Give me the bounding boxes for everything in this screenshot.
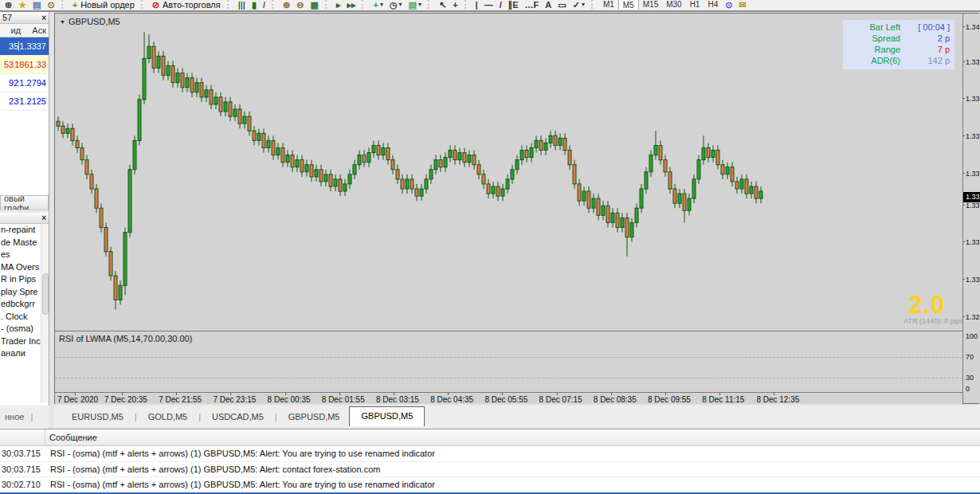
time-axis-tick bbox=[122, 393, 123, 395]
timeframe-button-h4[interactable]: H4 bbox=[704, 0, 722, 10]
time-axis-tick bbox=[230, 393, 231, 395]
bid-value: 35 bbox=[0, 41, 18, 51]
price-axis-label: 1.33 bbox=[966, 238, 980, 246]
timeframe-button-m5[interactable]: M5 bbox=[618, 0, 639, 10]
time-axis-tick bbox=[448, 393, 449, 395]
close-icon[interactable]: × bbox=[41, 214, 46, 222]
chart-tab-gbpusd-m5[interactable]: GBPUSD,M5 bbox=[279, 409, 350, 425]
channel-icon[interactable]: ∥E bbox=[505, 0, 522, 10]
price-axis-label: 1.33 bbox=[966, 170, 980, 178]
rsi-scale-label: 100 bbox=[966, 332, 978, 340]
periods-icon-glyph: ◷ bbox=[390, 0, 398, 10]
trendline-icon[interactable]: / bbox=[496, 0, 505, 10]
time-axis-label: 8 Dec 05:55 bbox=[484, 395, 527, 404]
timeframe-button-h1[interactable]: H1 bbox=[686, 0, 704, 10]
candlestick-icon-glyph: ▮ bbox=[252, 0, 257, 10]
save-icon-glyph: ▤ bbox=[33, 0, 41, 10]
toolbar-separator bbox=[272, 0, 276, 9]
scrollbar[interactable] bbox=[41, 224, 49, 402]
save-icon[interactable]: ▤ bbox=[29, 0, 44, 10]
info-panel-row: Bar Left[ 00:04 ] bbox=[846, 22, 950, 33]
time-axis-label: 8 Dec 03:15 bbox=[376, 395, 419, 404]
fibonacci-icon-glyph: …F bbox=[525, 0, 539, 10]
autotrade-button[interactable]: ⊘Авто-торговля bbox=[149, 0, 224, 10]
label-icon[interactable]: ▭ bbox=[555, 0, 569, 10]
candlestick-icon[interactable]: ▮ bbox=[249, 0, 260, 10]
new-order-button[interactable]: +Новый ордер bbox=[69, 0, 138, 10]
close-icon[interactable]: × bbox=[41, 14, 46, 22]
time-column-header[interactable] bbox=[0, 429, 45, 445]
market-watch-header: 57 × bbox=[0, 12, 49, 24]
time-axis-label: 8 Dec 00:35 bbox=[268, 395, 311, 404]
market-watch-row[interactable]: 351.3337 bbox=[0, 37, 49, 56]
timeframe-button-m1[interactable]: M1 bbox=[599, 0, 618, 10]
chart-window[interactable]: ▼ GBPUSD,M5 Bar Left[ 00:04 ]Spread2 pRa… bbox=[54, 13, 979, 404]
chart-shift-icon[interactable]: ▸▸ bbox=[343, 0, 359, 10]
market-watch-row[interactable]: 921.2794 bbox=[0, 74, 49, 92]
log-row[interactable]: 30:02.710RSI - (osma) (mtf + alerts + ar… bbox=[0, 477, 980, 493]
chart-symbol-label[interactable]: ▼ GBPUSD,M5 bbox=[60, 17, 120, 26]
tile-windows-icon[interactable]: ▦ bbox=[307, 0, 321, 10]
text-icon[interactable]: A bbox=[542, 0, 555, 10]
arrows-icon-glyph: ✓ bbox=[573, 0, 580, 10]
rsi-scale-label: 70 bbox=[966, 353, 974, 361]
chart-tab-usdcad-m5[interactable]: USDCAD,M5 bbox=[202, 409, 273, 425]
zoom-in-icon[interactable]: ⊕ bbox=[280, 0, 293, 10]
templates-icon[interactable]: ▤▾ bbox=[406, 0, 425, 10]
symbol-search-icon[interactable]: ⊙ bbox=[722, 0, 735, 10]
tick-chart-tab[interactable]: овый графи bbox=[0, 195, 49, 210]
indicators-icon[interactable]: +▾ bbox=[370, 0, 386, 10]
log-row[interactable]: 30:03.715RSI - (osma) (mtf + alerts + ar… bbox=[0, 462, 980, 478]
price-axis[interactable]: 1.341.331.331.331.331.331.331.331.321.33… bbox=[962, 14, 980, 403]
dropdown-caret-icon: ▾ bbox=[399, 0, 402, 10]
fibonacci-icon[interactable]: …F bbox=[522, 0, 543, 10]
ask-column-header[interactable]: Аск bbox=[21, 25, 49, 35]
time-axis[interactable]: 7 Dec 20207 Dec 20:357 Dec 21:557 Dec 23… bbox=[55, 392, 962, 404]
terminal-header: Сообщение bbox=[0, 429, 980, 446]
scrollbar-thumb[interactable] bbox=[42, 273, 49, 315]
info-label: Bar Left bbox=[846, 22, 908, 32]
alerts-bubble-icon[interactable]: ✉ bbox=[735, 0, 749, 10]
autoscroll-icon[interactable]: ▸ bbox=[333, 0, 344, 10]
periods-icon[interactable]: ◷▾ bbox=[386, 0, 406, 10]
arrows-icon[interactable]: ✓▾ bbox=[570, 0, 588, 10]
line-chart-icon[interactable]: / bbox=[260, 0, 269, 10]
favorites-star-icon[interactable]: ★ bbox=[15, 0, 29, 10]
toolbar-separator bbox=[61, 0, 66, 9]
bid-column-header[interactable]: ид bbox=[0, 25, 21, 35]
timeframe-button-m30[interactable]: M30 bbox=[662, 0, 685, 10]
candlestick-chart[interactable] bbox=[55, 14, 962, 330]
symbol-period-text: GBPUSD,M5 bbox=[69, 17, 120, 26]
left-sidebar: 57 × ид Аск 351.3337531861.33921.2794231… bbox=[0, 12, 49, 429]
tab-separator: | bbox=[273, 412, 279, 421]
chart-tab-gold-m5[interactable]: GOLD,M5 bbox=[139, 409, 198, 425]
price-axis-label: 1.33 bbox=[966, 202, 980, 210]
market-watch-empty-area bbox=[0, 111, 49, 195]
cursor-icon[interactable]: ↖ bbox=[436, 0, 449, 10]
rsi-subwindow[interactable]: RSI of LWMA (M5,14,70.00,30.00) bbox=[55, 331, 962, 392]
crosshair-tool-icon[interactable]: + bbox=[449, 0, 461, 10]
horizontal-line-icon[interactable]: — bbox=[481, 0, 496, 10]
log-message: RSI - (osma) (mtf + alerts + arrows) (1)… bbox=[45, 480, 435, 489]
log-row[interactable]: 30:03.715RSI - (osma) (mtf + alerts + ar… bbox=[0, 446, 980, 462]
terminal-panel: Сообщение 30:03.715RSI - (osma) (mtf + a… bbox=[0, 429, 980, 494]
time-axis-label: 7 Dec 23:15 bbox=[213, 395, 256, 404]
tile-windows-icon-glyph: ▦ bbox=[310, 0, 318, 10]
search-icon[interactable]: ⊙ bbox=[45, 0, 58, 10]
message-column-header[interactable]: Сообщение bbox=[45, 433, 97, 442]
bar-chart-icon[interactable]: ||| bbox=[235, 0, 249, 10]
crosshair-icon[interactable]: ⊕ bbox=[2, 0, 15, 10]
toolbar-separator bbox=[227, 0, 232, 9]
info-value: [ 00:04 ] bbox=[908, 22, 950, 32]
vertical-line-icon[interactable]: | bbox=[472, 0, 481, 10]
market-watch-row[interactable]: 531861.33 bbox=[0, 56, 49, 74]
log-message: RSI - (osma) (mtf + alerts + arrows) (1)… bbox=[45, 465, 380, 474]
ask-value: 1861.33 bbox=[14, 60, 49, 69]
zoom-out-icon[interactable]: ⊖ bbox=[293, 0, 307, 10]
chart-tab-gbpusd-m5[interactable]: GBPUSD,M5 bbox=[349, 406, 425, 426]
market-watch-row[interactable]: 231.2125 bbox=[0, 92, 49, 111]
chart-tab-eurusd-m5[interactable]: EURUSD,M5 bbox=[62, 409, 133, 425]
navigator-favorites-tab[interactable]: нное | bbox=[0, 406, 49, 428]
chevron-down-icon: ▼ bbox=[60, 19, 65, 25]
timeframe-button-m15[interactable]: M15 bbox=[639, 0, 662, 10]
